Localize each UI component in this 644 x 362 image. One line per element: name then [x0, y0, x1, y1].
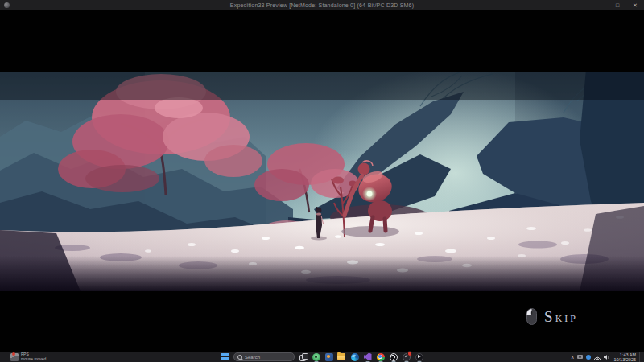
start-button[interactable]	[221, 352, 229, 361]
taskbar: FPS mouse moved	[0, 352, 644, 362]
hidden-icons-chevron[interactable]: ∧	[571, 354, 574, 359]
obs-studio-icon	[390, 353, 398, 361]
taskbar-app-blue[interactable]	[324, 352, 333, 361]
volume-icon[interactable]	[604, 354, 610, 360]
system-tray: ∧ 1:43 AM 10/13/2025	[571, 352, 642, 362]
debug-overlay-text: FPS mouse moved	[21, 352, 46, 361]
notification-badge	[407, 351, 413, 356]
window-controls: – □ ✕	[591, 0, 644, 10]
edge-icon	[351, 353, 359, 361]
taskbar-performance-monitor[interactable]	[402, 352, 411, 361]
network-icon[interactable]	[594, 354, 601, 360]
taskbar-search[interactable]	[233, 352, 295, 361]
show-desktop-button[interactable]	[639, 352, 642, 362]
desktop: Expedition33 Preview [NetMode: Standalon…	[0, 0, 644, 362]
close-button[interactable]: ✕	[626, 0, 644, 10]
window-titlebar[interactable]: Expedition33 Preview [NetMode: Standalon…	[0, 0, 644, 10]
visual-studio-icon	[364, 353, 372, 361]
gauge-icon	[402, 353, 411, 361]
folder-icon	[337, 353, 346, 360]
letterbox-top	[0, 10, 644, 72]
tray-camera-icon[interactable]	[577, 355, 583, 360]
taskbar-obs[interactable]	[389, 352, 398, 361]
mouse-left-click-icon	[526, 308, 537, 325]
clock-date: 10/13/2025	[613, 357, 636, 362]
taskbar-center	[221, 352, 423, 362]
taskbar-file-explorer[interactable]	[337, 352, 346, 361]
window-title: Expedition33 Preview [NetMode: Standalon…	[0, 2, 644, 8]
skip-button[interactable]: SKIP	[526, 308, 578, 325]
search-icon	[237, 355, 242, 360]
taskbar-app-green[interactable]	[312, 352, 320, 361]
letterbox-bottom: SKIP	[0, 291, 644, 352]
green-app-icon	[312, 353, 320, 361]
tray-blue-app-icon[interactable]	[586, 355, 591, 360]
recording-dot-icon	[12, 352, 15, 356]
search-input[interactable]	[245, 355, 282, 360]
taskbar-media-player[interactable]	[415, 352, 423, 361]
taskbar-visual-studio[interactable]	[363, 352, 372, 361]
windows-logo-icon	[221, 353, 229, 360]
task-view-button[interactable]	[299, 352, 308, 361]
scene-art	[0, 72, 644, 291]
app-icon	[4, 2, 10, 8]
taskbar-clock[interactable]: 1:43 AM 10/13/2025	[613, 352, 636, 362]
debug-overlay: FPS mouse moved	[10, 352, 46, 361]
skip-label: SKIP	[544, 309, 578, 324]
taskbar-chrome[interactable]	[376, 352, 385, 361]
minimize-button[interactable]: –	[591, 0, 609, 10]
recorder-icon	[10, 353, 19, 361]
taskbar-edge[interactable]	[350, 352, 359, 361]
play-icon	[415, 353, 423, 361]
cutscene-viewport	[0, 72, 644, 291]
blue-app-icon	[325, 353, 333, 361]
chrome-icon	[377, 353, 385, 361]
maximize-button[interactable]: □	[609, 0, 626, 10]
